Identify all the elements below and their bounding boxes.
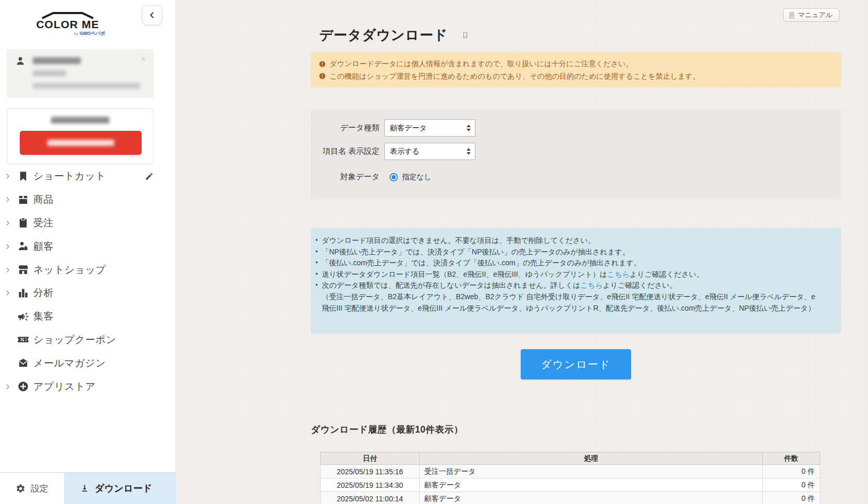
chevron-right-icon xyxy=(5,243,11,250)
history-table-row: 2025/05/02 11:00:14顧客データ0 件 xyxy=(321,492,820,504)
sidebar-item-mailmag[interactable]: メールマガジン xyxy=(0,351,176,375)
history-process-cell: 受注一括データ xyxy=(419,465,762,478)
storefront-icon xyxy=(17,264,29,276)
clipboard-icon xyxy=(17,217,29,229)
info-circle-icon xyxy=(319,60,326,68)
bookmark-outline-icon[interactable] xyxy=(461,30,469,40)
chevron-right-icon xyxy=(5,196,11,203)
main-area: マニュアル データダウンロード ダウンロードデータには個人情報が含まれますので、… xyxy=(177,0,868,504)
sidebar-item-orders[interactable]: 受注 xyxy=(0,212,176,235)
sidebar-item-analytics[interactable]: 分析 xyxy=(0,281,176,305)
history-count-cell: 0 件 xyxy=(763,465,820,478)
page-title: データダウンロード xyxy=(319,26,448,44)
note-item: 次のデータ種類では、配送先が存在しないデータは抽出されません。詳しくはこちらより… xyxy=(315,280,817,291)
mail-icon xyxy=(17,357,29,369)
history-title: ダウンロード履歴（最新10件表示） xyxy=(311,423,463,436)
warning-text: ダウンロードデータには個人情報が含まれますので、取り扱いには十分にご注意ください… xyxy=(330,58,633,70)
product-box-icon xyxy=(17,194,29,206)
kochira-link[interactable]: こちら xyxy=(607,270,630,278)
chevron-right-icon xyxy=(5,267,11,273)
sidebar-item-appstore[interactable]: アプリストア xyxy=(0,375,176,398)
customer-icon xyxy=(17,240,29,252)
sidebar-collapse-button[interactable] xyxy=(142,5,162,25)
blurred-user-id xyxy=(33,70,66,76)
history-column-header: 件数 xyxy=(763,452,820,465)
megaphone-icon xyxy=(17,311,29,323)
note-extra-text: （受注一括データ、B2基本レイアウト、B2web、B2クラウド 自宅外受け取りデ… xyxy=(315,291,817,314)
logo-byline: by GMOペパボ xyxy=(0,30,135,37)
sidebar-item-marketing[interactable]: 集客 xyxy=(0,305,176,328)
sidebar-item-label: アプリストア xyxy=(33,380,96,394)
sidebar-item-label: 受注 xyxy=(33,216,54,230)
header-display-label: 項目名 表示設定 xyxy=(311,146,380,156)
info-notes-box: ダウンロード項目の選択はできません。不要な項目は、手動で削除してください。「NP… xyxy=(311,228,841,334)
sidebar: COLOR ME by GMOペパボ × ショートカット商品受注顧客ネットショッ… xyxy=(0,0,176,504)
colorme-logo[interactable]: COLOR ME by GMOペパボ xyxy=(0,11,135,37)
plan-promo-card xyxy=(7,108,154,164)
sidebar-item-label: 集客 xyxy=(33,310,54,323)
sidebar-item-label: 顧客 xyxy=(33,240,54,253)
bookmark-icon xyxy=(17,170,29,182)
sidebar-item-download[interactable]: ダウンロード xyxy=(64,473,176,504)
select-spinner-icon xyxy=(467,125,471,131)
warning-text: この機能はショップ運営を円滑に進めるためのものであり、その他の目的のために使用す… xyxy=(330,70,700,83)
gear-icon xyxy=(16,484,26,494)
sidebar-item-label: ショップクーポン xyxy=(33,333,116,347)
close-icon[interactable]: × xyxy=(141,56,147,62)
person-icon xyxy=(15,55,26,67)
warning-box: ダウンロードデータには個人情報が含まれますので、取り扱いには十分にご注意ください… xyxy=(311,52,841,88)
history-count-cell: 0 件 xyxy=(763,492,820,504)
target-data-radio[interactable] xyxy=(389,173,398,181)
plus-circle-icon xyxy=(17,380,29,392)
warning-line: この機能はショップ運営を円滑に進めるためのものであり、その他の目的のために使用す… xyxy=(319,70,832,83)
history-column-header: 処理 xyxy=(419,452,762,465)
history-process-cell: 顧客データ xyxy=(419,492,762,504)
chevron-right-icon xyxy=(5,173,11,179)
target-data-radio-label: 指定なし xyxy=(402,173,432,182)
sidebar-footer: 設定 ダウンロード xyxy=(0,472,176,504)
sidebar-item-label: 商品 xyxy=(33,193,54,206)
history-column-header: 日付 xyxy=(321,452,420,465)
sidebar-item-customers[interactable]: 顧客 xyxy=(0,235,176,258)
sidebar-item-products[interactable]: 商品 xyxy=(0,188,176,212)
bar-chart-icon xyxy=(17,287,29,299)
blurred-user-name xyxy=(33,57,81,64)
coupon-icon xyxy=(17,334,29,346)
history-process-cell: 顧客データ xyxy=(419,478,762,492)
download-submit-button[interactable]: ダウンロード xyxy=(521,349,631,379)
history-table-row: 2025/05/19 11:35:16受注一括データ0 件 xyxy=(321,465,820,478)
note-item: ダウンロード項目の選択はできません。不要な項目は、手動で削除してください。 xyxy=(315,235,817,247)
sidebar-item-netshop[interactable]: ネットショップ xyxy=(0,258,176,281)
note-item: 「後払い.com売上データ」では、決済タイプ「後払い.com」の売上データのみが… xyxy=(315,257,817,269)
user-info-card[interactable]: × xyxy=(7,49,154,98)
blurred-user-plan xyxy=(33,83,140,89)
select-spinner-icon xyxy=(467,148,471,155)
header-display-select[interactable]: 表示する xyxy=(384,143,475,160)
sidebar-item-coupon[interactable]: ショップクーポン xyxy=(0,328,176,352)
kochira-link[interactable]: こちら xyxy=(581,281,603,289)
sidebar-item-label: メールマガジン xyxy=(33,357,106,370)
info-circle-icon xyxy=(319,72,326,80)
data-type-select[interactable]: 顧客データ xyxy=(384,119,475,137)
chevron-right-icon xyxy=(5,290,11,296)
edit-shortcuts-icon[interactable] xyxy=(145,172,154,181)
download-form: データ種類 顧客データ 項目名 表示設定 表示する 対象データ 指定なし xyxy=(311,110,841,200)
warning-line: ダウンロードデータには個人情報が含まれますので、取り扱いには十分にご注意ください… xyxy=(319,58,832,70)
manual-button[interactable]: マニュアル xyxy=(783,8,839,22)
chevron-left-icon xyxy=(148,11,156,19)
document-icon xyxy=(788,11,795,19)
sidebar-item-settings[interactable]: 設定 xyxy=(0,473,64,504)
promo-action-button[interactable] xyxy=(20,131,142,155)
blurred-promo-button-label xyxy=(47,140,114,146)
sidebar-item-label: 分析 xyxy=(33,286,54,300)
sidebar-item-shortcut[interactable]: ショートカット xyxy=(0,165,176,188)
note-item: 「NP後払い売上データ」では、決済タイプ「NP後払い」の売上データのみが抽出され… xyxy=(315,247,817,258)
blurred-promo-text xyxy=(51,117,109,124)
sidebar-menu: ショートカット商品受注顧客ネットショップ分析集客ショップクーポンメールマガジンア… xyxy=(0,165,176,398)
note-item: 送り状データダウンロード項目一覧（B2、e飛伝II、e飛伝III、ゆうパックプリ… xyxy=(315,269,817,280)
notes-list: ダウンロード項目の選択はできません。不要な項目は、手動で削除してください。「NP… xyxy=(315,235,817,314)
download-history-table: 日付処理件数 2025/05/19 11:35:16受注一括データ0 件2025… xyxy=(320,452,820,504)
history-date-cell: 2025/05/02 11:00:14 xyxy=(321,492,420,504)
sidebar-item-label: ショートカット xyxy=(33,169,106,183)
history-date-cell: 2025/05/19 11:35:16 xyxy=(321,465,420,478)
